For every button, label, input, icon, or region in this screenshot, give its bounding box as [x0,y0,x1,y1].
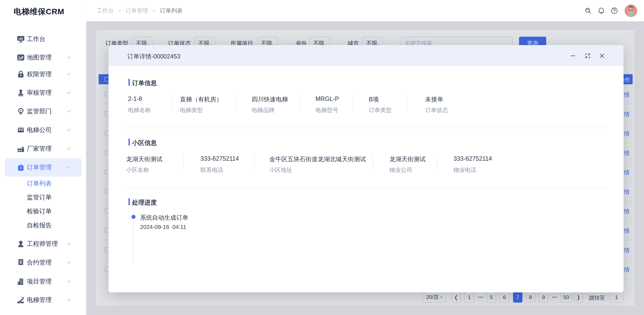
timeline-event-text: 系统自动生成订单 [140,214,188,222]
app-root: 电梯维保CRM 工作台地图管理权限管理审核管理监管部门电梯公司厂家管理订单管理工… [0,0,644,315]
project-icon [17,278,25,286]
field-label: 联系电话 [200,166,223,174]
field-divider [235,94,236,112]
progress-section-title: 处理进度 [132,198,157,207]
sidebar-item-camera[interactable]: 监管部门 [5,102,82,120]
app-logo: 电梯维保CRM [14,6,64,17]
breadcrumb-separator: > [118,8,121,13]
sidebar-item-project[interactable]: 项目管理 [5,272,82,291]
chevron-up-icon [66,165,72,170]
minimize-icon[interactable] [568,51,577,60]
sidebar-item-factory[interactable]: 厂家管理 [5,139,82,158]
sidebar-item-stamp[interactable]: 审核管理 [5,83,82,102]
chevron-down-icon [66,260,72,265]
chevron-down-icon [66,90,72,95]
field-value: 直梯（有机房） [180,95,222,104]
order-detail-modal: 订单详情-00002453 订单信息 2-1-8电梯名称直梯（有机房）电梯类型四… [108,45,624,292]
company-icon [17,126,25,134]
timeline-line [133,221,134,261]
field-divider [353,94,354,112]
sidebar-item-contract[interactable]: 合约管理 [5,253,82,272]
sidebar-item-map[interactable]: 地图管理 [5,48,82,67]
dashboard-icon [17,35,25,43]
section-accent-bar [128,198,130,205]
contract-icon [17,259,25,267]
field-value: 333-62752114 [200,155,239,162]
section-accent-bar [128,139,130,146]
sidebar: 电梯维保CRM 工作台地图管理权限管理审核管理监管部门电梯公司厂家管理订单管理工… [0,0,86,315]
sidebar-subitem-4[interactable]: 自检报告 [27,219,52,232]
field-value: 2-1-8 [128,95,142,102]
field-value: 龙湖天街测试 [390,155,426,163]
sidebar-item-lock[interactable]: 权限管理 [5,65,82,83]
chevron-down-icon [66,72,72,77]
field-label: 电梯品牌 [252,106,274,114]
breadcrumb-separator: > [152,8,156,13]
field-value: B项 [369,95,379,104]
lock-icon [17,70,25,78]
topbar-actions [582,0,644,21]
modal-header: 订单详情-00002453 [108,45,624,66]
elevator-icon [17,296,25,304]
field-label: 电梯类型 [180,106,203,114]
field-label: 小区名称 [126,166,149,174]
map-icon [17,53,25,61]
chevron-down-icon [66,298,72,302]
chevron-down-icon [66,279,72,284]
breadcrumb-item-order-mgmt[interactable]: 订单管理 [126,7,148,14]
field-value: 金牛区五块石街道龙湖北城天街测试 [269,155,366,163]
field-divider [437,154,438,172]
field-label: 订单类型 [369,106,392,114]
fullscreen-icon[interactable] [583,51,592,60]
sidebar-subitem-1[interactable]: 订单列表 [27,177,52,190]
field-label: 物业公司 [390,166,412,174]
timeline-dot [132,215,136,219]
field-value: 未接单 [425,95,443,104]
sidebar-item-order[interactable]: 订单管理 [5,158,82,177]
field-divider [254,154,254,172]
field-divider [299,94,300,112]
search-icon[interactable] [582,0,595,21]
field-value: 333-62752114 [454,155,492,162]
avatar[interactable] [624,4,637,17]
sidebar-subitem-3[interactable]: 检验订单 [27,205,52,218]
section-divider [124,128,608,128]
sidebar-item-dashboard[interactable]: 工作台 [5,30,82,48]
chevron-down-icon [66,55,72,60]
chevron-down-icon [66,146,72,151]
field-divider [183,154,184,172]
chevron-down-icon [66,109,72,114]
field-divider [373,154,373,172]
breadcrumb: 工作台 > 订单管理 > 订单列表 [96,0,183,21]
factory-icon [17,145,25,153]
breadcrumb-item-workbench[interactable]: 工作台 [96,7,114,14]
sidebar-subitem-2[interactable]: 监管订单 [27,191,52,204]
timeline-event-time: 2024-09-16 04:11 [140,224,186,230]
camera-icon [17,107,25,115]
modal-title: 订单详情-00002453 [127,52,180,61]
help-icon[interactable] [608,0,621,21]
field-label: 物业电话 [454,166,476,174]
order-icon [17,163,25,171]
breadcrumb-item-order-list: 订单列表 [160,7,183,14]
bell-icon[interactable] [595,0,608,21]
topbar: 工作台 > 订单管理 > 订单列表 [86,0,644,21]
engineer-icon [17,240,25,248]
sidebar-item-elevator[interactable]: 电梯管理 [5,291,82,309]
field-label: 小区地址 [269,166,292,174]
field-label: 电梯型号 [316,106,338,114]
field-value: 龙湖天街测试 [126,155,162,163]
close-icon[interactable] [598,51,606,60]
field-divider [407,94,407,112]
field-label: 电梯名称 [128,106,151,114]
chevron-down-icon [66,128,72,132]
sidebar-item-company[interactable]: 电梯公司 [5,121,82,139]
sidebar-item-engineer[interactable]: 工程师管理 [5,235,82,253]
field-divider [172,94,172,112]
field-value: 四川快速电梯 [252,95,288,104]
chevron-down-icon [66,242,72,246]
order-section-title: 订单信息 [132,79,157,87]
stamp-icon [17,89,25,97]
field-value: MRGL-P [316,95,339,102]
section-divider [124,187,608,188]
